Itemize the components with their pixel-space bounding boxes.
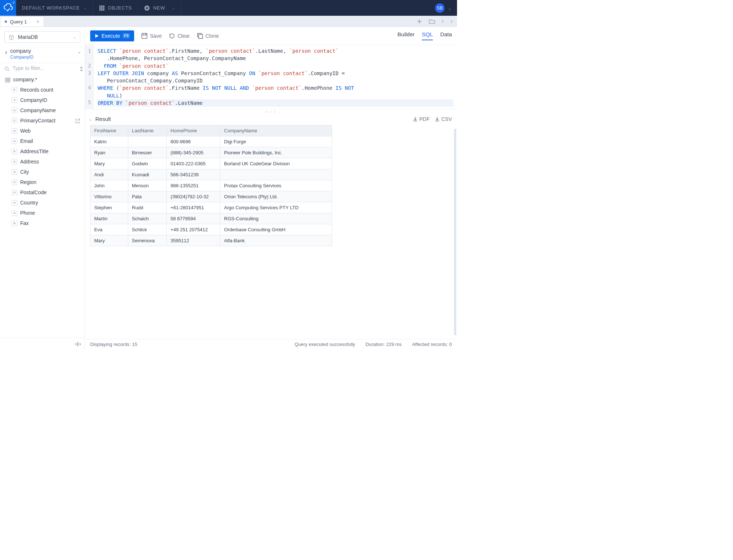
clone-button[interactable]: Clone (197, 33, 219, 39)
column-type-icon: # (12, 97, 17, 103)
new-tab-button[interactable] (417, 18, 422, 24)
nav-new[interactable]: NEW ⌄ (138, 0, 181, 16)
result-cell: John (91, 180, 128, 191)
export-csv-button[interactable]: CSV (435, 116, 452, 122)
app-logo[interactable]: β (0, 0, 16, 16)
tree-column-node[interactable]: ACity (11, 167, 82, 177)
svg-rect-7 (101, 9, 103, 11)
database-selector[interactable]: MariaDB ⌄ (4, 31, 80, 43)
result-cell: Stephen (91, 202, 128, 213)
tree-root-node[interactable]: company.* (4, 74, 82, 85)
app-header: β DEFAULT WORKSPACE ⌄ OBJECTS NEW ⌄ SB ⌄ (0, 0, 457, 16)
chevron-down-icon: ⌄ (83, 5, 87, 10)
database-icon (8, 34, 14, 40)
result-header-cell[interactable]: HomePhone (167, 125, 220, 136)
table-row[interactable]: VittorinoPata(39024)792-10-32Orion Telec… (91, 191, 332, 202)
tree-column-node[interactable]: AWeb (11, 126, 82, 136)
result-cell: Protax Consulting Services (220, 180, 332, 191)
table-row[interactable]: EvaSchlick+49 251 2075412Orderbase Consu… (91, 224, 332, 235)
svg-rect-3 (99, 7, 101, 9)
result-cell: Rudd (128, 202, 167, 213)
table-row[interactable]: JohnMenson988-1355251Protax Consulting S… (91, 180, 332, 191)
result-cell: Schaich (128, 213, 167, 224)
tree-column-node[interactable]: APostalCode (11, 187, 82, 198)
column-label: CompanyName (20, 107, 56, 113)
grid-icon (99, 5, 105, 11)
clear-button[interactable]: Clear (169, 33, 189, 39)
table-row[interactable]: RyanBirnesser(888)-345-2905Pioneer Pole … (91, 147, 332, 158)
save-button[interactable]: Save (141, 33, 162, 39)
view-tab-data[interactable]: Data (440, 31, 452, 40)
tree-column-node[interactable]: FRecords count (11, 85, 82, 95)
result-header-cell[interactable]: FirstName (91, 125, 128, 136)
table-row[interactable]: MarySemenova3595112Alfa-Bank (91, 235, 332, 246)
schema-breadcrumb: ‹ company CompanyID ⌄ (0, 46, 85, 63)
breadcrumb-expand-button[interactable]: ⌄ (78, 49, 81, 54)
execute-button[interactable]: Execute F9 (90, 30, 134, 41)
status-duration: Duration: 229 ms (365, 342, 402, 347)
result-cell: 01403-222-0365 (167, 158, 220, 169)
execute-shortcut: F9 (123, 33, 130, 38)
view-tab-builder[interactable]: Builder (398, 31, 415, 40)
column-type-icon: A (12, 139, 17, 144)
result-cell: +61-280147951 (167, 202, 220, 213)
sidebar-footer (0, 338, 85, 349)
tree-column-node[interactable]: AFax (11, 218, 82, 228)
query-tab[interactable]: Query 1 × (0, 16, 44, 26)
tree-column-node[interactable]: #PrimaryContact (11, 115, 82, 126)
tree-column-node[interactable]: APhone (11, 208, 82, 218)
table-row[interactable]: StephenRudd+61-280147951Argo Computing S… (91, 202, 332, 213)
panel-splitter[interactable]: • • • (85, 109, 457, 114)
nav-objects[interactable]: OBJECTS (93, 0, 138, 16)
result-cell: Ryan (91, 147, 128, 158)
column-type-icon: A (12, 221, 17, 226)
table-row[interactable]: MartinSchaich58 6779594RGS-Consulting (91, 213, 332, 224)
table-row[interactable]: AndiKusnadi566-3451239 (91, 169, 332, 180)
tree-column-node[interactable]: ACountry (11, 198, 82, 208)
editor-code[interactable]: SELECT `person contact`.FirstName, `pers… (94, 45, 457, 109)
svg-rect-13 (199, 34, 203, 38)
svg-rect-0 (99, 5, 101, 7)
result-cell: Alfa-Bank (220, 235, 332, 246)
tree-column-node[interactable]: AEmail (11, 136, 82, 146)
table-row[interactable]: Katrin800-9696Digi Forge (91, 136, 332, 147)
view-tab-sql[interactable]: SQL (422, 31, 433, 40)
external-link-icon[interactable] (75, 118, 80, 124)
result-header-cell[interactable]: LastName (128, 125, 167, 136)
schema-filter-input[interactable] (12, 65, 77, 71)
result-header-cell[interactable]: CompanyName (220, 125, 332, 136)
nav-new-label: NEW (153, 5, 165, 11)
nav-next-button[interactable]: › (450, 17, 453, 25)
column-label: Region (20, 179, 36, 185)
breadcrumb-back-button[interactable]: ‹ (5, 49, 7, 55)
result-cell: Orderbase Consulting GmbH (220, 224, 332, 235)
workspace-dropdown[interactable]: DEFAULT WORKSPACE ⌄ (16, 0, 93, 16)
folder-icon[interactable] (429, 18, 435, 24)
tree-column-node[interactable]: ACompanyName (11, 105, 82, 115)
result-cell: 58 6779594 (167, 213, 220, 224)
sql-editor[interactable]: 1 23 4 5 SELECT `person contact`.FirstNa… (85, 45, 457, 109)
sidebar-panel-toggle[interactable] (75, 340, 81, 346)
user-avatar[interactable]: SB (435, 3, 445, 13)
logo-beta-badge: β (13, 1, 15, 4)
sort-icon[interactable] (80, 65, 83, 71)
editor-gutter: 1 23 4 5 (85, 45, 94, 109)
column-type-icon: A (12, 149, 17, 154)
chevron-down-icon[interactable]: ⌄ (447, 5, 452, 11)
result-collapse-button[interactable]: ⌄ (89, 117, 92, 122)
tab-close-button[interactable]: × (36, 19, 39, 25)
tree-column-node[interactable]: AAddress (11, 156, 82, 167)
column-type-icon: A (12, 169, 17, 175)
table-row[interactable]: MaryGodwin01403-222-0365Borland UK CodeG… (91, 158, 332, 169)
status-affected: Affected records: 0 (412, 342, 452, 347)
tree-column-node[interactable]: AAddressTitle (11, 146, 82, 156)
nav-prev-button[interactable]: ‹ (442, 17, 444, 25)
svg-rect-11 (5, 78, 10, 82)
result-scrollbar[interactable] (454, 129, 456, 335)
status-bar: Displaying records: 15 Query executed su… (85, 339, 457, 349)
plus-circle-icon (144, 5, 150, 11)
result-cell: Eva (91, 224, 128, 235)
export-pdf-button[interactable]: PDF (413, 116, 430, 122)
tree-column-node[interactable]: #CompanyID (11, 95, 82, 105)
tree-column-node[interactable]: ARegion (11, 177, 82, 187)
